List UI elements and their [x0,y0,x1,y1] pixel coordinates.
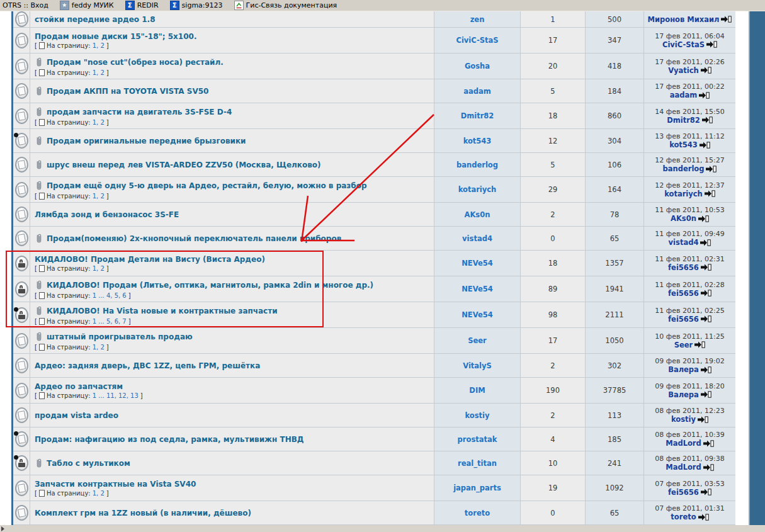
goto-last-post-icon[interactable] [705,190,715,197]
pagination-links[interactable]: 1, 2 [93,344,105,351]
topic-author-link[interactable]: aadam [463,87,491,96]
pagination-links[interactable]: 1, 2 [93,42,105,49]
pagination-links[interactable]: 1, 2 [93,69,105,76]
topic-title-link[interactable]: Продам ещё одну 5-ю дверь на Ардео, рест… [47,181,367,190]
topic-title-link[interactable]: Лямбда зонд и бензонасос 3S-FE [35,210,179,219]
topic-title-link[interactable]: Продам "nose cut"(обрез носа) рестайл. [47,58,224,67]
topic-author-link[interactable]: zen [470,15,485,24]
bookmark-item[interactable]: OTRS :: Вход [3,1,48,9]
topic-title-link[interactable]: Ардео: задняя дверь, ДВС 1ZZ, цепь ГРМ, … [35,361,260,370]
bookmark-item[interactable]: Гис-Связь документация [234,1,337,10]
topic-title-link[interactable]: продам запчасти на двигатель 3S-FSE D-4 [47,108,232,116]
last-post-user-link[interactable]: Seer [674,341,693,349]
bookmark-item[interactable]: ★feddy МУИК [60,1,114,10]
last-post-user-link[interactable]: fei5656 [668,263,699,272]
pagination-links[interactable]: 1, 2 [93,193,105,200]
topic-title-link[interactable]: КИДАЛОВО! На Vista новые и контрактные з… [47,307,278,315]
topic-title-link[interactable]: Продам АКПП на TOYOTA VISTA SV50 [47,87,208,96]
last-post-user-link[interactable]: Миронов Михаил [648,15,720,24]
goto-last-post-icon[interactable] [701,366,711,373]
goto-last-post-icon[interactable] [701,67,711,74]
last-post-user-link[interactable]: toreto [671,512,696,521]
pagination-links[interactable]: 1, 2 [93,490,105,497]
goto-last-post-icon[interactable] [701,315,711,322]
topic-title-link[interactable]: Ардео по запчастям [35,382,123,391]
horizontal-scrollbar[interactable] [0,525,765,532]
last-post-user-link[interactable]: AKs0n [671,214,696,223]
pagination-links[interactable]: 1 ... 4, 5, 6 [93,292,127,299]
last-post-user-link[interactable]: banderlog [663,164,705,173]
topic-author-link[interactable]: prostatak [458,435,497,444]
topic-author-link[interactable]: NEVe54 [462,259,493,268]
bookmark-item[interactable]: ΣREDIR [125,1,159,10]
last-post-user-link[interactable]: kotariych [664,190,703,198]
topic-author-link[interactable]: NEVe54 [462,285,493,293]
topic-title-link[interactable]: КИДАЛОВО! Продам Детали на Висту (Виста … [35,255,265,264]
last-post-user-link[interactable]: Валера [668,390,699,399]
topic-author-link[interactable]: CiviC-StaS [456,36,498,45]
goto-last-post-icon[interactable] [706,41,717,48]
scrollbar-arrow-icon[interactable] [1,526,4,531]
topic-title-link[interactable]: шрус внеш перед лев VISTA-ARDEO ZZV50 (М… [47,161,321,169]
topic-author-link[interactable]: kot543 [463,137,492,145]
last-post-user-link[interactable]: kot543 [669,140,698,149]
topic-author-link[interactable]: vistad4 [462,234,492,243]
goto-last-post-icon[interactable] [701,391,711,398]
goto-last-post-icon[interactable] [702,116,713,123]
goto-last-post-icon[interactable] [701,264,711,271]
topic-title-link[interactable]: Продам(поменяю) 2х-кнопочный переключате… [47,234,341,243]
goto-last-post-icon[interactable] [703,464,714,471]
topic-author-link[interactable]: Seer [468,336,487,345]
topic-author-link[interactable]: japan_parts [453,484,501,492]
last-post-user-link[interactable]: aadam [670,91,698,99]
topic-title-link[interactable]: Запчасти контрактные на Vista SV40 [35,480,196,489]
last-post-user-link[interactable]: kostiy [671,415,696,424]
topic-author-link[interactable]: Gosha [465,62,490,71]
goto-last-post-icon[interactable] [703,440,714,447]
topic-author-link[interactable]: banderlog [456,161,498,169]
last-post-user-link[interactable]: Валера [668,365,699,374]
topic-author-link[interactable]: toreto [465,509,490,518]
topic-author-link[interactable]: kostiy [465,411,489,420]
topic-author-link[interactable]: real_titan [458,459,497,468]
goto-last-post-icon[interactable] [698,514,709,521]
bookmark-item[interactable]: Σsigma:9123 [170,1,223,10]
topic-author-link[interactable]: Dmitr82 [461,111,494,120]
topic-author-link[interactable]: kotariych [458,185,497,194]
goto-last-post-icon[interactable] [699,92,710,99]
last-post-user-link[interactable]: fei5656 [668,488,699,497]
last-post-user-link[interactable]: fei5656 [668,315,699,324]
pagination-links[interactable]: 1, 2 [93,265,105,272]
pagination-links[interactable]: 1 ... 5, 6, 7 [93,318,127,325]
topic-author-link[interactable]: VitalyS [463,361,492,370]
topic-title-link[interactable]: Продам новые диски 15"-18"; 5x100. [35,32,196,41]
goto-last-post-icon[interactable] [701,489,711,495]
goto-last-post-icon[interactable] [700,239,711,246]
topic-author-link[interactable]: DIM [469,386,485,395]
goto-last-post-icon[interactable] [706,166,717,173]
topic-title-link[interactable]: Продам: нафигацию из под седла, рамка, м… [35,435,304,444]
last-post-user-link[interactable]: CiviC-StaS [662,40,705,49]
goto-last-post-icon[interactable] [700,142,710,149]
goto-last-post-icon[interactable] [701,290,711,297]
last-post-user-link[interactable]: Vyatich [668,66,699,75]
last-post-user-link[interactable]: fei5656 [668,289,699,298]
last-post-user-link[interactable]: MadLord [666,439,701,448]
topic-title-link[interactable]: штатный проигрыватель продаю [47,332,193,341]
pagination-links[interactable]: 1 ... 11, 12, 13 [93,392,139,399]
topic-title-link[interactable]: Табло с мультиком [47,459,130,468]
topic-title-link[interactable]: Продам оригинальные передние брызговики [47,137,246,145]
topic-author-link[interactable]: AKs0n [465,210,490,219]
pagination-links[interactable]: 1, 2 [93,119,105,126]
topic-title-link[interactable]: стойки передние ардео 1.8 [35,15,156,24]
goto-last-post-icon[interactable] [698,416,708,423]
topic-title-link[interactable]: КИДАЛОВО! Продам (Литье, оптика, магнито… [47,281,373,290]
goto-last-post-icon[interactable] [694,341,705,348]
topic-author-link[interactable]: NEVe54 [462,310,493,319]
topic-title-link[interactable]: продам vista ardeo [35,411,118,420]
last-post-user-link[interactable]: vistad4 [669,238,699,247]
last-post-user-link[interactable]: MadLord [666,463,701,472]
goto-last-post-icon[interactable] [698,215,709,222]
last-post-user-link[interactable]: Dmitr82 [667,116,700,125]
goto-last-post-icon[interactable] [721,16,732,23]
